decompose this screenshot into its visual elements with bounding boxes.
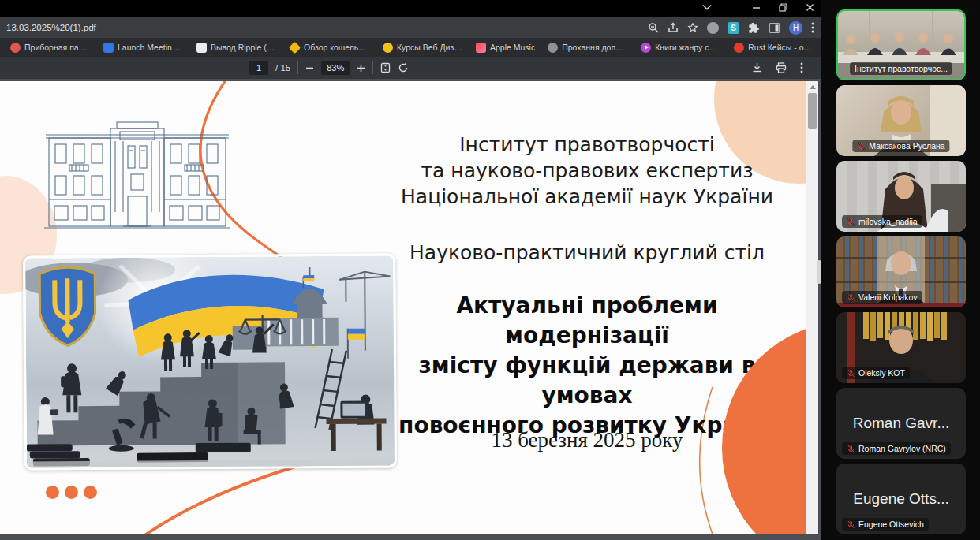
screen: 13.03.2025%20(1).pdf S [0, 0, 980, 540]
participant-tile-gavrylov[interactable]: Roman Gavr... Roman Gavrylov (NRC) [836, 388, 966, 459]
print-icon[interactable] [776, 62, 787, 73]
pdf-toolbar: / 15 83% [0, 57, 821, 79]
search-zoom-icon[interactable] [648, 22, 659, 33]
bookmark-favicon [196, 43, 207, 53]
fit-page-icon[interactable] [380, 62, 391, 73]
bookmark-favicon [548, 43, 558, 53]
minimize-icon[interactable] [750, 2, 762, 13]
pdf-menu-icon[interactable] [800, 62, 803, 73]
download-icon[interactable] [752, 62, 762, 73]
share-icon[interactable] [668, 22, 679, 33]
bookmark-item[interactable]: Приборная панель [6, 43, 95, 53]
participant-name-label: Максакова Руслана [852, 140, 949, 152]
participant-name-label: Valerii Kolpakov [842, 291, 922, 304]
extensions-puzzle-icon[interactable] [748, 22, 760, 34]
bookmark-favicon [641, 43, 651, 53]
participant-tile-kot[interactable]: Oleksiy KOT [836, 312, 966, 383]
side-panel-icon[interactable] [769, 22, 780, 34]
mic-off-icon [847, 369, 855, 378]
participant-tile-kolpakov[interactable]: Valerii Kolpakov [836, 236, 966, 307]
extension-s-icon[interactable]: S [728, 22, 739, 34]
title-line: змісту функцій держави в умовах [385, 351, 789, 411]
zoom-out-icon[interactable] [305, 64, 314, 73]
participant-name-label: Oleksiy KOT [842, 367, 910, 379]
pdf-scrollbar[interactable] [806, 81, 818, 534]
pdf-viewport: Інститут правотворчості та науково-право… [0, 79, 821, 540]
bookmark-favicon [103, 43, 114, 53]
participant-tile-maksakova[interactable]: Максакова Руслана [836, 85, 966, 156]
org-line: Інститут правотворчості [385, 132, 789, 158]
browser-window: 13.03.2025%20(1).pdf S [0, 0, 821, 540]
active-tab-title[interactable]: 13.03.2025%20(1).pdf [6, 23, 96, 32]
mic-off-icon [857, 142, 866, 151]
scrollbar-thumb[interactable] [808, 93, 817, 129]
title-line: Актуальні проблеми модернізації [385, 291, 789, 351]
extension-a-icon[interactable] [707, 22, 719, 34]
participant-tile-ottsevich[interactable]: Eugene Otts... Eugene Ottsevich [836, 464, 966, 534]
bookmark-item[interactable]: Обзор кошелька - Кош... [286, 43, 374, 53]
bookmark-item[interactable]: Прохання допомогти. [544, 43, 632, 53]
zoom-in-icon[interactable] [357, 64, 365, 73]
close-icon[interactable] [803, 2, 816, 13]
page-count-label: / 15 [275, 63, 290, 73]
bookmark-star-icon[interactable] [687, 22, 698, 33]
bookmark-favicon [476, 43, 486, 53]
page-number-input[interactable] [249, 61, 268, 75]
browser-menu-icon[interactable] [811, 22, 814, 33]
participant-name-label: Eugene Ottsevich [842, 518, 929, 531]
bookmark-item[interactable]: Rust Кейсы - открытие... [730, 43, 818, 53]
chevron-down-icon[interactable] [701, 2, 713, 13]
bookmark-item[interactable]: Книги жанру сатира і г... [637, 43, 725, 53]
browser-tab-bar: 13.03.2025%20(1).pdf S [0, 17, 821, 38]
bookmark-favicon [10, 43, 21, 53]
decor-dots [46, 486, 97, 499]
rotate-icon[interactable] [398, 62, 409, 73]
participant-name-label: Roman Gavrylov (NRC) [842, 442, 951, 455]
mic-off-icon [847, 218, 855, 226]
bookmark-item[interactable]: Вывод Ripple (XRP) на... [193, 43, 281, 53]
scroll-up-icon[interactable] [810, 85, 816, 89]
bookmark-favicon [383, 43, 393, 53]
zoom-participants-sidebar: Інститут правотворчос... Максакова Русла… [821, 0, 980, 540]
institute-building-drawing [44, 117, 230, 234]
bookmark-favicon [289, 41, 301, 54]
bookmark-item[interactable]: Apple Music [472, 43, 539, 53]
mic-off-icon [847, 445, 855, 453]
participant-tile-institute[interactable]: Інститут правотворчос... [836, 9, 966, 80]
event-type: Науково-практичний круглий стіл [385, 241, 789, 264]
participant-tile-milovska[interactable]: milovska_nadiia [836, 161, 966, 232]
bookmark-item[interactable]: Launch Meeting - Zoom [99, 43, 188, 53]
window-title-bar [0, 0, 821, 17]
participant-name-label: milovska_nadiia [842, 215, 922, 228]
zoom-level-value[interactable]: 83% [321, 61, 350, 75]
slide-page: Інститут правотворчості та науково-право… [0, 81, 806, 534]
profile-avatar[interactable]: H [789, 21, 802, 35]
restore-icon[interactable] [776, 2, 789, 13]
bookmark-favicon [734, 43, 744, 53]
org-line: Національної академії наук України [385, 184, 789, 210]
bookmarks-bar: Приборная панель Launch Meeting - Zoom В… [0, 38, 821, 57]
org-line: та науково-правових експертиз [385, 158, 789, 184]
mic-off-icon [847, 293, 855, 302]
panel-resize-handle[interactable] [817, 260, 821, 284]
collage-illustration [23, 253, 397, 470]
mic-off-icon [847, 520, 855, 529]
organization-name: Інститут правотворчості та науково-право… [385, 132, 789, 210]
participant-name-label: Інститут правотворчос... [850, 62, 952, 75]
bookmark-item[interactable]: Курсы Веб Дизайна Ки... [379, 43, 467, 53]
